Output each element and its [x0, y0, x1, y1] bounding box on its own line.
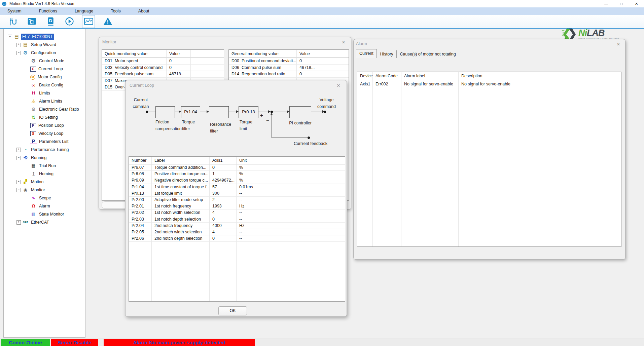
tree-item-motion[interactable]: +▞Motion	[4, 178, 85, 186]
tree-item-el7-ec1000nt[interactable]: −▤EL7_EC1000NT	[4, 33, 85, 41]
tree-item-monitor[interactable]: −◉Monitor	[4, 186, 85, 194]
column-header-description: Description	[459, 72, 621, 80]
run-icon[interactable]	[63, 15, 75, 28]
tree-item-label: Monitor	[30, 187, 46, 193]
collapse-icon[interactable]: −	[8, 35, 12, 39]
table-row[interactable]: Pr2.00Adaptive filter mode setup2--	[129, 197, 345, 203]
tree-item-configuration[interactable]: −⚙Configuration	[4, 49, 85, 57]
table-row[interactable]: Pr6.08Positive direction torque co...1%	[129, 171, 345, 177]
table-row[interactable]: D00 Positional command deviati...0	[229, 58, 349, 65]
tab-history[interactable]: History	[377, 50, 397, 58]
configuration-icon: ⚙	[22, 50, 29, 55]
tree-item-alarm-limits[interactable]: ⚠Alarm Limits	[4, 97, 85, 105]
data-dictionary-icon[interactable]: D	[44, 15, 57, 28]
table-row[interactable]: D01 Motor speed0	[102, 58, 224, 65]
collapse-icon[interactable]: −	[16, 156, 21, 160]
table-row[interactable]: Pr2.031st notch depth selection0--	[129, 216, 345, 223]
table-row[interactable]: D06 Command pulse sum46718...	[229, 65, 349, 71]
scope-icon[interactable]	[82, 15, 95, 28]
velocity-loop-icon: S	[30, 131, 36, 136]
connect-icon[interactable]	[7, 15, 19, 28]
motor-config-icon: M	[30, 75, 35, 80]
table-row[interactable]: Pr2.062nd notch depth selection0--	[129, 235, 345, 242]
column-header-value: Value	[297, 50, 321, 58]
tree-item-label: EL7_EC1000NT	[21, 34, 54, 40]
tree-item-control-mode[interactable]: ⚙Control Mode	[4, 57, 85, 65]
menu-item-language[interactable]: Language	[70, 7, 98, 15]
toolbar-icons: D	[0, 15, 644, 28]
tree-item-homing[interactable]: ↥Homing	[4, 170, 85, 178]
tree-item-velocity-loop[interactable]: SVelocity Loop	[4, 129, 85, 138]
tree-item-performance-tuning[interactable]: +◔Performance Tuning	[4, 146, 85, 154]
tree-item-setup-wizard[interactable]: +▤Setup Wizard	[4, 41, 85, 49]
tree-item-motor-config[interactable]: MMotor Config	[4, 73, 85, 81]
menu-item-system[interactable]: System	[3, 7, 26, 15]
close-icon[interactable]: ✕	[616, 42, 621, 47]
table-row[interactable]: Pr0.131st torque limit300--	[129, 190, 345, 197]
table-row[interactable]: Pr6.07Torque command addition...0%	[129, 164, 345, 171]
tree-item-ethercat[interactable]: +CATEtherCAT	[4, 218, 85, 226]
friction-compensation-caption: Friction compensation	[155, 119, 182, 132]
alarm-warning-icon[interactable]	[102, 15, 114, 28]
tree-item-label: Setup Wizard	[30, 42, 58, 48]
wizard-icon: ▤	[22, 42, 29, 47]
pi-controller-caption: PI controller	[281, 120, 320, 126]
table-row[interactable]: Pr2.042nd notch frequency4000Hz	[129, 223, 345, 229]
tree-item-state-monitor[interactable]: ▥State Monitor	[4, 210, 85, 218]
tree-item-current-loop[interactable]: CCurrent Loop	[4, 65, 85, 73]
tree-item-running[interactable]: −⟲Running	[4, 154, 85, 162]
state-monitor-icon: ▥	[30, 212, 37, 217]
minimize-icon[interactable]: —	[599, 0, 614, 7]
ok-button[interactable]: OK	[218, 306, 247, 315]
tree-item-alarm[interactable]: ΩAlarm	[4, 202, 85, 210]
alarm-window: Alarm ✕ CurrentHistoryCause(s) of motor …	[353, 39, 625, 260]
tree-item-brake-config[interactable]: (•)Brake Config	[4, 81, 85, 89]
tab-cause-s-of-motor-not-rotating[interactable]: Cause(s) of motor not rotating	[397, 50, 459, 58]
table-row[interactable]: Pr2.011st notch frequency1993Hz	[129, 203, 345, 209]
expand-icon[interactable]: +	[16, 148, 21, 152]
menu-item-tools[interactable]: Tools	[107, 7, 125, 15]
tree-item-position-loop[interactable]: PPosition Loop	[4, 121, 85, 129]
maximize-icon[interactable]: □	[614, 0, 629, 7]
column-header-alarm-code: Alarm Code	[373, 72, 401, 80]
menu-item-about[interactable]: About	[134, 7, 154, 15]
trial-run-icon: ▦	[30, 163, 37, 168]
table-row[interactable]: D05 Feedback pulse sum46718...	[102, 71, 224, 78]
expand-icon[interactable]: +	[16, 220, 21, 225]
tree-item-parameters-list[interactable]: PParameters List	[4, 138, 85, 146]
close-icon[interactable]: ✕	[341, 40, 346, 45]
table-row[interactable]: D03 Velocity control command0	[102, 65, 224, 71]
expand-icon[interactable]: +	[16, 43, 21, 47]
limits-icon: H	[30, 91, 37, 95]
current-feedback-label: Currrent feedback	[285, 140, 336, 147]
monitor-window-title: Monitor	[102, 40, 116, 44]
table-row[interactable]: Pr1.041st time constant of torque f...57…	[129, 184, 345, 190]
tree-item-label: Electronic Gear Ratio	[38, 106, 80, 112]
tree-item-trial-run[interactable]: ▦Trial Run	[4, 162, 85, 170]
tree-item-label: Position Loop	[37, 122, 65, 128]
tree-item-limits[interactable]: HLimits	[4, 89, 85, 97]
column-header-value: Value	[167, 50, 191, 58]
arrow-icon	[287, 110, 289, 113]
menu-item-functions[interactable]: Functions	[35, 7, 62, 15]
table-row[interactable]: Axis1Err002No signal for servo-enableNo …	[357, 80, 621, 88]
node-dot	[324, 111, 326, 113]
nilab-logo-text: NiLAB Neue innovative Linearantriebe	[578, 29, 619, 40]
tab-current[interactable]: Current	[356, 49, 377, 58]
torque-limit-caption: Torque limit	[240, 119, 252, 132]
collapse-icon[interactable]: −	[16, 188, 21, 192]
table-row[interactable]: Pr2.052nd notch width selection4--	[129, 229, 345, 235]
expand-icon[interactable]: +	[16, 180, 21, 184]
table-row[interactable]: Pr2.021st notch width selection4--	[129, 209, 345, 216]
device-settings-icon[interactable]	[26, 15, 38, 28]
table-row[interactable]: D14 Regeneration load ratio0	[229, 71, 349, 78]
close-icon[interactable]: ✕	[629, 0, 644, 7]
table-row[interactable]: Pr6.09Negative direction torque c...4294…	[129, 177, 345, 184]
tree-item-electronic-gear-ratio[interactable]: ⚙Electronic Gear Ratio	[4, 105, 85, 113]
tree-item-scope[interactable]: ∿Scope	[4, 194, 85, 202]
minus-sign: −	[266, 117, 269, 123]
tree-item-label: Current Loop	[37, 66, 64, 72]
tree-item-label: Configuration	[30, 50, 57, 56]
collapse-icon[interactable]: −	[16, 51, 21, 55]
tree-item-io-setting[interactable]: ⇅IO Setting	[4, 113, 85, 121]
